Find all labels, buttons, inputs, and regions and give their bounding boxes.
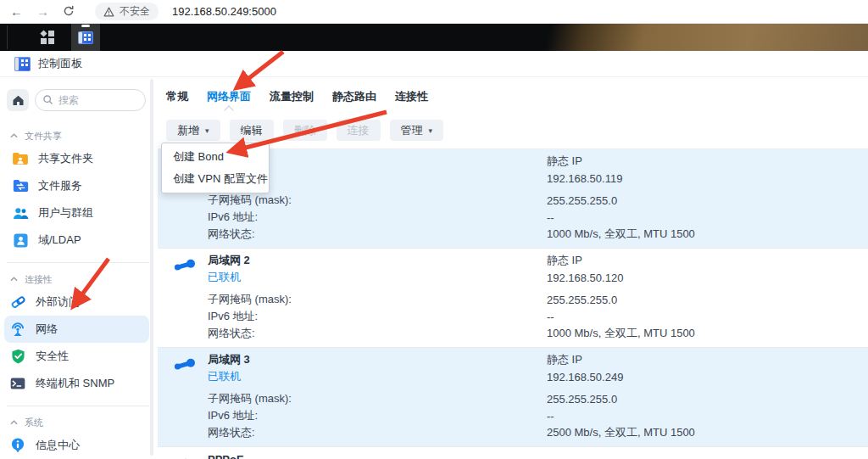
- tab-general[interactable]: 常规: [166, 89, 188, 106]
- network-icon: [8, 320, 27, 339]
- sidebar-item-info-center[interactable]: 信息中心: [4, 432, 149, 459]
- window-titlebar: 控制面板: [0, 51, 868, 77]
- security-label: 不安全: [120, 4, 150, 19]
- ip-type: 静态 IP: [547, 352, 868, 367]
- section-header-file-sharing[interactable]: 文件共享: [0, 126, 158, 145]
- tab-bar: 常规 网络界面 流量控制 静态路由 连接性: [158, 77, 868, 113]
- ip-type: 静态 IP: [547, 253, 868, 268]
- chevron-up-icon: [10, 133, 18, 138]
- browser-refresh-icon[interactable]: [63, 5, 75, 19]
- chevron-up-icon: [10, 420, 18, 425]
- delete-button: 删除: [283, 120, 327, 141]
- ip-address: 192.168.50.249: [547, 371, 868, 383]
- manage-button[interactable]: 管理▾: [390, 120, 444, 141]
- section-header-system[interactable]: 系统: [7, 413, 149, 432]
- menu-item-create-bond[interactable]: 创建 Bond: [162, 146, 269, 168]
- sidebar: 文件共享 共享文件夹 文件服务 用户与群组: [0, 77, 158, 459]
- sidebar-item-users-groups[interactable]: 用户与群组: [7, 199, 151, 227]
- add-dropdown-menu: 创建 Bond 创建 VPN 配置文件: [161, 143, 270, 193]
- tab-traffic-control[interactable]: 流量控制: [270, 89, 314, 106]
- security-shield-icon: [8, 347, 27, 366]
- browser-forward-icon[interactable]: →: [36, 5, 49, 18]
- add-button[interactable]: 新增▾: [166, 120, 220, 141]
- sidebar-item-file-services[interactable]: 文件服务: [7, 172, 151, 199]
- connect-button: 连接: [337, 120, 381, 141]
- sidebar-item-shared-folder[interactable]: 共享文件夹: [7, 145, 151, 172]
- shared-folder-icon: [11, 149, 30, 168]
- site-security-chip[interactable]: 不安全: [95, 3, 159, 20]
- edit-button[interactable]: 编辑: [230, 120, 274, 141]
- lan-icon: [172, 256, 198, 277]
- status-link[interactable]: 已联机: [208, 369, 547, 384]
- sidebar-item-terminal-snmp[interactable]: 终端机和 SNMP: [4, 370, 149, 397]
- browser-back-icon[interactable]: ←: [10, 5, 23, 18]
- ip-address: 192.168.50.120: [547, 271, 868, 284]
- sidebar-section-file-sharing: 文件共享 共享文件夹 文件服务 用户与群组: [0, 120, 158, 254]
- ip-type: 静态 IP: [547, 154, 868, 169]
- sidebar-scrollbar[interactable]: [150, 79, 153, 456]
- network-panel: 常规 网络界面 流量控制 静态路由 连接性 新增▾ 编辑 删除 连接 管理▾ 静…: [158, 77, 868, 459]
- sidebar-section-connectivity: 连接性 外部访问 网络 安全性: [7, 262, 149, 397]
- search-icon: [42, 94, 53, 105]
- file-services-icon: [11, 176, 30, 195]
- chevron-up-icon: [10, 277, 18, 282]
- control-panel-icon: [78, 31, 93, 44]
- sidebar-section-system: 系统 信息中心 登录门户: [7, 406, 149, 459]
- lan-icon: [172, 355, 198, 376]
- home-button[interactable]: [7, 89, 29, 111]
- dsm-desktop-strip: [0, 24, 868, 51]
- info-center-icon: [8, 436, 27, 455]
- sidebar-item-network[interactable]: 网络: [4, 316, 149, 343]
- interface-list: 静态 IP 192.168.50.119 子网掩码 (mask):255.255…: [158, 148, 868, 459]
- users-icon: [11, 204, 30, 222]
- sidebar-item-domain-ldap[interactable]: 域/LDAP: [7, 227, 151, 254]
- caret-down-icon: ▾: [429, 126, 433, 135]
- window-title: 控制面板: [38, 56, 82, 71]
- section-header-connectivity[interactable]: 连接性: [7, 270, 149, 288]
- interface-row-lan2[interactable]: 局域网 2静态 IP 已联机192.168.50.120 子网掩码 (mask)…: [158, 249, 868, 348]
- menu-item-create-vpn-profile[interactable]: 创建 VPN 配置文件: [162, 168, 269, 190]
- tab-static-route[interactable]: 静态路由: [332, 89, 376, 106]
- control-panel-icon: [14, 57, 31, 71]
- warning-icon: [103, 7, 114, 17]
- sidebar-item-security[interactable]: 安全性: [4, 343, 149, 370]
- sidebar-item-external-access[interactable]: 外部访问: [4, 288, 149, 316]
- caret-down-icon: ▾: [205, 126, 209, 135]
- external-access-icon: [8, 293, 27, 311]
- tab-network-interface[interactable]: 网络界面: [207, 89, 251, 106]
- sidebar-search: [35, 89, 146, 111]
- interface-row-pppoe[interactable]: PPPoE 尚未联机--: [158, 447, 868, 459]
- terminal-icon: [8, 374, 27, 393]
- tab-connectivity[interactable]: 连接性: [395, 89, 428, 106]
- address-bar-url[interactable]: 192.168.50.249:5000: [172, 5, 276, 18]
- interface-row-lan3[interactable]: 局域网 3静态 IP 已联机192.168.50.249 子网掩码 (mask)…: [158, 348, 868, 447]
- interface-toolbar: 新增▾ 编辑 删除 连接 管理▾: [158, 113, 868, 141]
- taskbar-control-panel-button[interactable]: [71, 24, 100, 51]
- main-menu-icon: [41, 31, 54, 44]
- status-link[interactable]: 已联机: [208, 270, 547, 285]
- open-app-indicator: [81, 25, 90, 27]
- browser-toolbar: ← → 不安全 192.168.50.249:5000: [0, 0, 868, 24]
- ip-address: 192.168.50.119: [547, 172, 868, 185]
- main-menu-button[interactable]: [25, 24, 70, 51]
- screen: ← → 不安全 192.168.50.249:5000 控制面板: [0, 0, 868, 459]
- taskbar-divider: [7, 25, 8, 49]
- domain-ldap-icon: [11, 231, 30, 249]
- home-icon: [12, 94, 25, 106]
